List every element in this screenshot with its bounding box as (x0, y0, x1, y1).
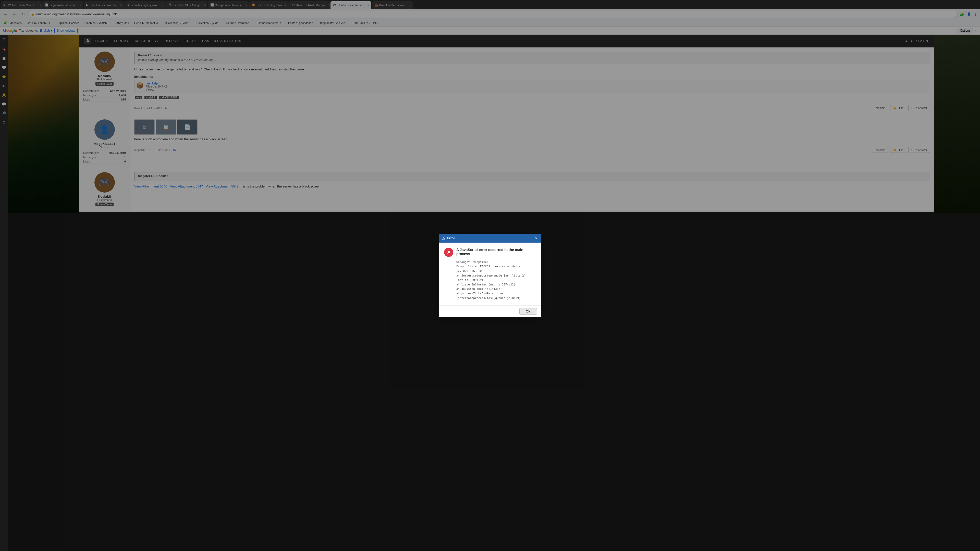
dialog-overlay: ⚠ Error × ✕ A JavaScript error occurred … (0, 0, 980, 213)
